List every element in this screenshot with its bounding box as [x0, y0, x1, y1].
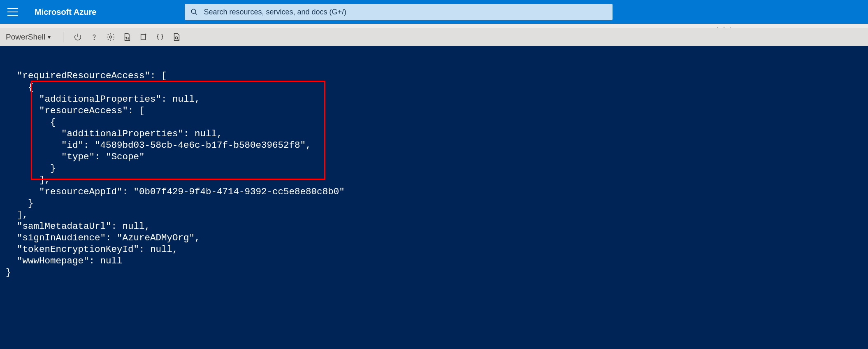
terminal-line: "tokenEncryptionKeyId": null, — [6, 244, 868, 255]
svg-point-4 — [175, 37, 178, 39]
terminal-line: "signInAudience": "AzureADMyOrg", — [6, 232, 868, 244]
terminal-line: "type": "Scope" — [6, 151, 868, 163]
terminal-output: "requiredResourceAccess": [ { "additiona… — [6, 70, 868, 278]
terminal-line: } — [6, 267, 868, 278]
cloud-shell-terminal[interactable]: "requiredResourceAccess": [ { "additiona… — [0, 46, 868, 349]
terminal-line: ], — [6, 174, 868, 186]
cloud-shell-toolbar: PowerShell ▾ — [0, 28, 868, 46]
new-session-icon — [139, 33, 148, 42]
terminal-line: "wwwHomepage": null — [6, 255, 868, 267]
search-placeholder: Search resources, services, and docs (G+… — [204, 8, 346, 16]
shell-mode-label: PowerShell — [6, 33, 45, 42]
terminal-line: "requiredResourceAccess": [ — [6, 70, 868, 81]
terminal-line: } — [6, 198, 868, 209]
terminal-line: "id": "4589bd03-58cb-4e6c-b17f-b580e3965… — [6, 140, 868, 151]
toolbar-divider — [63, 32, 63, 42]
help-icon — [90, 33, 99, 42]
web-preview-button[interactable] — [170, 31, 183, 43]
portal-header: Microsoft Azure Search resources, servic… — [0, 0, 868, 24]
terminal-line: { — [6, 81, 868, 93]
gear-icon — [106, 33, 115, 42]
hamburger-menu-icon[interactable] — [7, 8, 18, 16]
global-search-input[interactable]: Search resources, services, and docs (G+… — [185, 4, 613, 20]
svg-point-3 — [109, 36, 112, 38]
overflow-dots-icon[interactable]: . . . — [717, 22, 732, 30]
open-editor-button[interactable] — [154, 31, 166, 43]
settings-button[interactable] — [104, 31, 117, 43]
new-session-button[interactable] — [137, 31, 150, 43]
shell-mode-select[interactable]: PowerShell ▾ — [6, 33, 55, 42]
terminal-line: ], — [6, 209, 868, 221]
web-preview-icon — [172, 33, 181, 42]
terminal-line: "additionalProperties": null, — [6, 93, 868, 105]
terminal-line: "additionalProperties": null, — [6, 128, 868, 140]
help-button[interactable] — [88, 31, 100, 43]
terminal-line: "resourceAccess": [ — [6, 105, 868, 116]
tab-strip: . . . — [0, 24, 868, 28]
restart-shell-button[interactable] — [72, 31, 84, 43]
brand-label: Microsoft Azure — [35, 7, 96, 17]
upload-download-button[interactable] — [121, 31, 133, 43]
terminal-line: } — [6, 163, 868, 174]
svg-line-5 — [177, 39, 178, 40]
braces-icon — [155, 33, 165, 42]
search-icon — [190, 8, 198, 16]
power-icon — [73, 33, 82, 42]
svg-point-0 — [192, 9, 196, 14]
svg-point-2 — [94, 39, 94, 39]
terminal-line: "resourceAppId": "0b07f429-9f4b-4714-939… — [6, 186, 868, 198]
chevron-down-icon: ▾ — [48, 34, 51, 40]
svg-line-1 — [195, 13, 197, 15]
terminal-line: { — [6, 116, 868, 128]
terminal-line: "samlMetadataUrl": null, — [6, 221, 868, 232]
file-transfer-icon — [123, 33, 132, 42]
